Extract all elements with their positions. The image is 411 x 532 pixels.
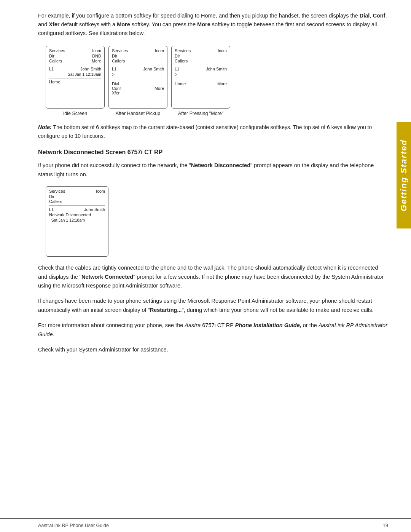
more-john-smith-label: John Smith (206, 67, 227, 71)
more-services-label: Services (175, 48, 191, 53)
net-callers-label: Callers (49, 199, 62, 204)
network-section-heading: Network Disconnected Screen 6757i CT RP (38, 149, 388, 156)
net-screen-wrapper: Services Icom Dir Callers L1 John Smith … (46, 186, 388, 257)
more-arrow: > (175, 72, 177, 77)
idle-more-label: More (92, 59, 101, 63)
handset-services-label: Services (112, 48, 128, 53)
more-callers-label: Callers (175, 59, 188, 63)
idle-screen-wrapper: Services Icom Dir DND Callers More L1 J (46, 46, 105, 116)
net-phone-screen: Services Icom Dir Callers L1 John Smith … (46, 186, 108, 257)
footer-left-text: AastraLink RP Phone User Guide (38, 523, 109, 528)
handset-callers-label: Callers (112, 59, 125, 63)
idle-john-smith-label: John Smith (80, 67, 101, 71)
handset-dir-label: Dir (112, 54, 117, 58)
note-paragraph: Note: The bottom set of 6 softkeys map t… (38, 123, 388, 141)
handset-icom-label: Icom (155, 48, 164, 53)
more-icom-label: Icom (218, 48, 227, 53)
handset-john-smith-label: John Smith (143, 67, 164, 71)
net-services-label: Services (49, 189, 65, 193)
more-home-label: Home (175, 81, 186, 86)
idle-phone-screen: Services Icom Dir DND Callers More L1 J (46, 46, 105, 109)
idle-services-label: Services (49, 48, 65, 53)
network-paragraph4: For more information about connecting yo… (38, 321, 388, 339)
network-paragraph5: Check with your System Administrator for… (38, 345, 388, 355)
idle-home-label: Home (49, 80, 101, 84)
more-l1-label: L1 (175, 67, 179, 71)
side-tab: Getting Started (397, 122, 411, 228)
more-softkeys: Home More (175, 81, 227, 86)
footer: AastraLink RP Phone User Guide 19 (0, 518, 411, 532)
idle-dir-label: Dir (49, 54, 54, 58)
more-screen-wrapper: Services Icom Dir Callers L1 John Smi (171, 46, 230, 116)
idle-screen-caption: Idle Screen (63, 111, 87, 116)
handset-softkeys: Dial Conf Xfer More (112, 81, 164, 95)
net-john-smith-label: John Smith (84, 207, 105, 212)
screens-container: Services Icom Dir DND Callers More L1 J (46, 46, 388, 116)
handset-dial-label: Dial (112, 81, 121, 86)
handset-more-right-label: More (155, 86, 164, 91)
handset-phone-screen: Services Icom Dir Callers L1 John Smi (108, 46, 167, 109)
handset-l1-label: L1 (112, 67, 116, 71)
idle-date-label: Sat Jan 1 12:18am (49, 72, 101, 77)
net-disconnected-label: Network Disconnected (49, 212, 91, 217)
footer-page-number: 19 (383, 523, 388, 528)
net-l1-label: L1 (49, 207, 54, 212)
handset-arrow: > (112, 72, 115, 77)
more-dir-label: Dir (175, 54, 180, 58)
handset-screen-caption: After Handset Pickup (116, 111, 160, 116)
idle-icom-label: Icom (92, 48, 101, 53)
network-paragraph2: Check that the cables are tightly connec… (38, 264, 388, 291)
handset-screen-wrapper: Services Icom Dir Callers L1 John Smi (108, 46, 167, 116)
net-date-label: Sat Jan 1 12:18am (49, 218, 105, 222)
net-dir-label: Dir (49, 194, 54, 199)
idle-callers-label: Callers (49, 59, 62, 63)
more-phone-screen: Services Icom Dir Callers L1 John Smi (171, 46, 230, 109)
network-paragraph3: If changes have been made to your phone … (38, 297, 388, 315)
side-tab-text: Getting Started (399, 139, 409, 211)
idle-l1-label: L1 (49, 67, 54, 71)
more-screen-caption: After Pressing "More" (178, 111, 223, 116)
net-icom-label: Icom (96, 189, 105, 193)
intro-paragraph: For example, if you configure a bottom s… (38, 11, 388, 38)
more-more-right-label: More (217, 81, 227, 86)
network-paragraph1: If your phone did not successfully conne… (38, 161, 388, 179)
handset-xfer-label: Xfer (112, 91, 121, 95)
idle-dnd-label: DND (92, 54, 101, 58)
handset-conf-label: Conf (112, 86, 121, 91)
